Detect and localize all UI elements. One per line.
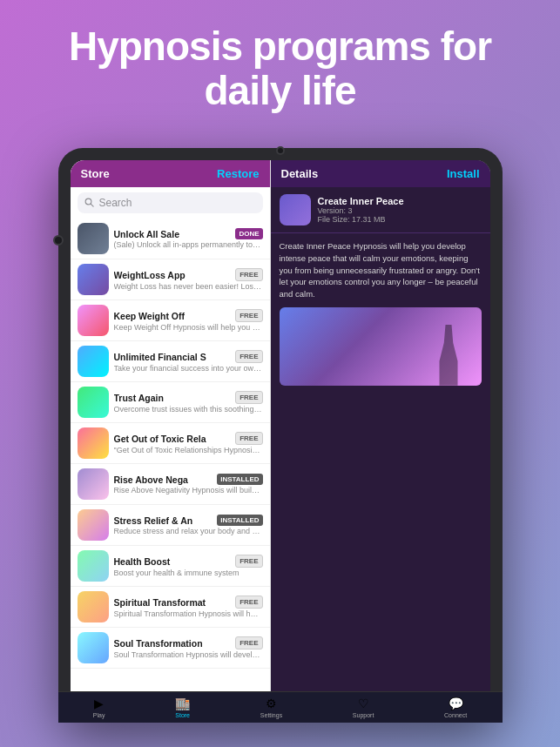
item-title-row: Keep Weight Off FREE <box>114 309 263 322</box>
restore-button[interactable]: Restore <box>217 167 259 180</box>
item-desc: Boost your health & immune system <box>114 569 263 577</box>
search-placeholder: Search <box>99 197 132 209</box>
store-item[interactable]: Unlimited Financial S FREE Take your fin… <box>71 341 270 382</box>
store-item[interactable]: Trust Again FREE Overcome trust issues w… <box>71 382 270 423</box>
item-badge: FREE <box>235 555 262 568</box>
item-name: Trust Again <box>114 393 233 403</box>
hero-title: Hypnosis programs for daily life <box>0 0 560 128</box>
item-thumbnail <box>78 427 109 459</box>
item-thumbnail <box>78 550 109 582</box>
nav-item-store[interactable]: 🏬 Store <box>175 697 190 718</box>
detail-body: Create Inner Peace Hypnosis will help yo… <box>271 233 490 393</box>
item-title-row: Rise Above Nega INSTALLED <box>114 474 263 485</box>
store-item[interactable]: Rise Above Nega INSTALLED Rise Above Neg… <box>71 464 270 505</box>
item-name: WeightLoss App <box>114 270 233 280</box>
nav-icon: ♡ <box>358 697 369 710</box>
item-desc: Rise Above Negativity Hypnosis will buil… <box>114 486 263 495</box>
item-info: Rise Above Nega INSTALLED Rise Above Neg… <box>114 474 263 495</box>
nav-icon: ▶ <box>94 697 104 710</box>
item-info: Get Out of Toxic Rela FREE "Get Out of T… <box>114 432 263 454</box>
item-badge: FREE <box>235 309 262 322</box>
item-desc: Take your financial success into your ow… <box>114 364 263 373</box>
tablet-outer: Store Restore Search Unlock All Sale DON… <box>58 148 503 723</box>
item-badge: FREE <box>235 268 262 281</box>
detail-version: Version: 3 <box>318 206 404 215</box>
detail-title: Create Inner Peace <box>318 196 404 206</box>
item-desc: Overcome trust issues with this soothing… <box>114 405 263 414</box>
item-title-row: WeightLoss App FREE <box>114 268 263 281</box>
store-item[interactable]: Keep Weight Off FREE Keep Weight Off Hyp… <box>71 300 270 341</box>
store-item[interactable]: Soul Transformation FREE Soul Transforma… <box>71 628 270 669</box>
install-button[interactable]: Install <box>447 167 480 180</box>
item-thumbnail <box>78 264 109 295</box>
item-info: Trust Again FREE Overcome trust issues w… <box>114 391 263 414</box>
item-thumbnail <box>78 591 109 622</box>
nav-item-settings[interactable]: ⚙ Settings <box>260 697 282 718</box>
nav-label: Store <box>175 712 190 718</box>
item-desc: Reduce stress and relax your body and mi… <box>114 527 263 535</box>
item-desc: Soul Transformation Hypnosis will develo… <box>114 650 263 659</box>
item-badge: FREE <box>235 350 262 363</box>
svg-line-1 <box>91 204 93 206</box>
item-name: Get Out of Toxic Rela <box>114 434 233 444</box>
item-badge: FREE <box>235 391 262 404</box>
nav-label: Play <box>93 712 105 718</box>
detail-thumbnail <box>280 194 311 225</box>
item-thumbnail <box>78 632 109 663</box>
item-title-row: Stress Relief & An INSTALLED <box>114 515 263 526</box>
item-title-row: Unlock All Sale DONE <box>114 228 263 239</box>
detail-top: Create Inner Peace Version: 3 File Size:… <box>271 187 490 233</box>
item-info: Stress Relief & An INSTALLED Reduce stre… <box>114 515 263 535</box>
item-title-row: Get Out of Toxic Rela FREE <box>114 432 263 445</box>
item-thumbnail <box>78 346 109 377</box>
item-name: Soul Transformation <box>114 638 233 649</box>
tablet-camera <box>276 146 285 155</box>
tablet-side-camera <box>53 235 64 246</box>
item-info: Soul Transformation FREE Soul Transforma… <box>114 636 263 659</box>
nav-icon: 🏬 <box>175 697 190 710</box>
item-desc: (Sale) Unlock all in-apps permanently to… <box>114 240 263 249</box>
store-item[interactable]: Spiritual Transformat FREE Spiritual Tra… <box>71 587 270 628</box>
nav-label: Settings <box>260 712 282 718</box>
item-title-row: Health Boost FREE <box>114 555 263 568</box>
tablet-screen: Store Restore Search Unlock All Sale DON… <box>71 160 490 710</box>
item-name: Spiritual Transformat <box>114 597 233 608</box>
item-badge: FREE <box>235 636 262 649</box>
nav-label: Connect <box>444 712 467 718</box>
item-info: Unlimited Financial S FREE Take your fin… <box>114 350 263 373</box>
store-item[interactable]: Stress Relief & An INSTALLED Reduce stre… <box>71 505 270 546</box>
store-item[interactable]: Unlock All Sale DONE (Sale) Unlock all i… <box>71 219 270 259</box>
nav-item-connect[interactable]: 💬 Connect <box>444 697 467 718</box>
item-thumbnail <box>78 305 109 336</box>
search-icon <box>84 198 95 208</box>
store-item[interactable]: Health Boost FREE Boost your health & im… <box>71 546 270 587</box>
item-name: Keep Weight Off <box>114 311 233 321</box>
nav-icon: 💬 <box>449 697 463 710</box>
item-info: Spiritual Transformat FREE Spiritual Tra… <box>114 596 263 618</box>
item-thumbnail <box>78 223 109 254</box>
item-title-row: Spiritual Transformat FREE <box>114 596 263 609</box>
search-bar[interactable]: Search <box>78 192 263 213</box>
nav-item-support[interactable]: ♡ Support <box>353 697 374 718</box>
item-badge: FREE <box>235 432 262 445</box>
store-item[interactable]: Get Out of Toxic Rela FREE "Get Out of T… <box>71 423 270 464</box>
bottom-navigation: ▶ Play 🏬 Store ⚙ Settings ♡ Support 💬 Co… <box>58 691 503 723</box>
item-title-row: Soul Transformation FREE <box>114 636 263 649</box>
item-info: WeightLoss App FREE Weight Loss has neve… <box>114 268 263 291</box>
detail-description: Create Inner Peace Hypnosis will help yo… <box>280 240 482 300</box>
store-item[interactable]: WeightLoss App FREE Weight Loss has neve… <box>71 259 270 300</box>
item-title-row: Unlimited Financial S FREE <box>114 350 263 363</box>
item-badge: INSTALLED <box>217 515 262 526</box>
item-name: Unlimited Financial S <box>114 352 233 362</box>
nav-item-play[interactable]: ▶ Play <box>93 697 105 718</box>
item-name: Stress Relief & An <box>114 515 214 526</box>
details-panel: Details Install Create Inner Peace Versi… <box>271 160 490 710</box>
item-thumbnail <box>78 468 109 500</box>
store-items-list: Unlock All Sale DONE (Sale) Unlock all i… <box>71 219 270 710</box>
details-header-title: Details <box>281 167 319 180</box>
item-info: Health Boost FREE Boost your health & im… <box>114 555 263 577</box>
item-badge: INSTALLED <box>217 474 262 485</box>
store-header: Store Restore <box>71 160 270 187</box>
detail-title-block: Create Inner Peace Version: 3 File Size:… <box>318 196 404 224</box>
item-desc: Weight Loss has never been easier! Lose … <box>114 282 263 291</box>
